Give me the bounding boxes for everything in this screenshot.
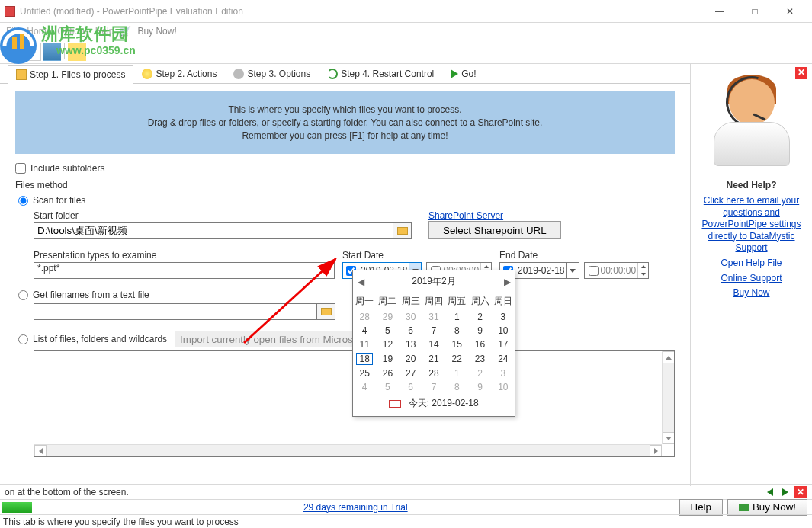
tab-step4[interactable]: Step 4. Restart Control xyxy=(319,64,442,83)
endtime-enable-checkbox[interactable] xyxy=(589,266,599,276)
calendar-day[interactable]: 20 xyxy=(400,351,422,366)
listfiles-radio[interactable] xyxy=(18,334,28,344)
scroll-left-button[interactable] xyxy=(34,445,47,457)
browse-folder-button[interactable] xyxy=(393,222,412,239)
nav-forward-button[interactable] xyxy=(778,486,792,498)
calendar-next-button[interactable]: ▶ xyxy=(499,277,515,287)
tab-label: Step 4. Restart Control xyxy=(341,69,434,79)
calendar-day[interactable]: 1 xyxy=(445,310,468,324)
calendar-prev-button[interactable]: ◀ xyxy=(353,277,368,287)
tab-step2[interactable]: Step 2. Actions xyxy=(133,64,225,83)
calendar-day[interactable]: 1 xyxy=(445,366,468,380)
trial-link[interactable]: 29 days remaining in Trial xyxy=(303,502,408,513)
calendar-day[interactable]: 26 xyxy=(376,366,399,380)
list-of-files[interactable]: List of files, folders and wildcards xyxy=(18,334,167,344)
support-avatar-icon xyxy=(710,73,794,172)
calendar-day[interactable]: 3 xyxy=(492,366,515,380)
calendar-day[interactable]: 2 xyxy=(468,366,491,380)
calendar-day[interactable]: 27 xyxy=(400,366,422,380)
calendar-day[interactable]: 24 xyxy=(492,351,515,366)
calendar-day[interactable]: 25 xyxy=(353,366,376,380)
calendar-day[interactable]: 2 xyxy=(468,310,491,324)
calendar-day[interactable]: 29 xyxy=(376,310,399,324)
textfile-input[interactable] xyxy=(34,303,317,320)
subfolders-checkbox[interactable] xyxy=(15,163,26,174)
calendar-day[interactable]: 10 xyxy=(492,380,515,394)
calendar-day[interactable]: 6 xyxy=(400,324,422,338)
calendar-dow-header: 周五 xyxy=(445,293,468,310)
maximize-button[interactable]: □ xyxy=(737,0,772,23)
calendar-day[interactable]: 7 xyxy=(422,380,445,394)
calendar-day[interactable]: 5 xyxy=(376,324,399,338)
calendar-day[interactable]: 8 xyxy=(445,380,468,394)
calendar-day[interactable]: 10 xyxy=(492,324,515,338)
calendar-day[interactable]: 17 xyxy=(492,338,515,351)
calendar-day[interactable]: 12 xyxy=(376,338,399,351)
toolbar-new-button[interactable] xyxy=(23,43,41,61)
scroll-right-button[interactable] xyxy=(650,445,662,457)
calendar-day[interactable]: 4 xyxy=(353,380,376,394)
scan-for-files[interactable]: Scan for files xyxy=(18,195,675,206)
scroll-down-button[interactable] xyxy=(663,432,675,444)
tab-go[interactable]: Go! xyxy=(442,64,484,83)
menu-buynow[interactable]: Buy Now! xyxy=(137,26,176,37)
spinner[interactable] xyxy=(637,263,648,278)
scan-radio[interactable] xyxy=(18,196,28,206)
calendar-day[interactable]: 19 xyxy=(376,351,399,366)
calendar-dow-header: 周四 xyxy=(422,293,445,310)
calendar-day[interactable]: 4 xyxy=(353,324,376,338)
online-support-link[interactable]: Online Support xyxy=(695,273,807,285)
tab-step1[interactable]: Step 1. Files to process xyxy=(8,65,133,84)
browse-textfile-button[interactable] xyxy=(317,303,335,320)
get-from-textfile[interactable]: Get filenames from a text file xyxy=(18,290,675,300)
help-email-link[interactable]: Click here to email your questions and P… xyxy=(695,195,807,254)
help-button[interactable]: Help xyxy=(679,499,723,516)
textfile-radio[interactable] xyxy=(18,290,28,300)
minimize-button[interactable]: — xyxy=(702,0,737,23)
calendar-day[interactable]: 15 xyxy=(445,338,468,351)
scrollbar-vertical[interactable] xyxy=(662,351,674,444)
tab-step3[interactable]: Step 3. Options xyxy=(225,64,319,83)
dropdown-icon[interactable] xyxy=(566,263,579,278)
calendar-day[interactable]: 28 xyxy=(353,310,376,324)
calendar-day[interactable]: 6 xyxy=(400,380,422,394)
calendar-day[interactable]: 28 xyxy=(422,366,445,380)
banner-line2: Drag & drop files or folders, or specify… xyxy=(27,117,663,130)
buy-now-button[interactable]: Buy Now! xyxy=(727,499,807,516)
ptypes-select[interactable]: *.ppt* xyxy=(34,262,335,279)
scrollbar-horizontal[interactable] xyxy=(34,444,662,456)
include-subfolders[interactable]: Include subfolders xyxy=(15,163,675,174)
calendar-today-link[interactable]: 今天: 2019-02-18 xyxy=(353,394,515,416)
help-file-link[interactable]: Open Help File xyxy=(695,258,807,270)
calendar-day[interactable]: 3 xyxy=(492,310,515,324)
calendar-day[interactable]: 16 xyxy=(468,338,491,351)
buy-now-link[interactable]: Buy Now xyxy=(695,287,807,299)
startfolder-input[interactable] xyxy=(34,222,393,239)
sharepoint-link[interactable]: SharePoint Server xyxy=(428,210,561,221)
calendar-day[interactable]: 30 xyxy=(400,310,422,324)
scan-group: Start folder SharePoint Server Select Sh… xyxy=(34,206,675,279)
calendar-day[interactable]: 8 xyxy=(445,324,468,338)
calendar-day[interactable]: 21 xyxy=(422,351,445,366)
calendar-grid: 周一周二周三周四周五周六周日 2829303112345678910111213… xyxy=(353,293,515,394)
calendar-day[interactable]: 9 xyxy=(468,324,491,338)
scroll-up-button[interactable] xyxy=(663,351,675,363)
calendar-day[interactable]: 11 xyxy=(353,338,376,351)
menu-file[interactable]: File xyxy=(6,26,21,37)
calendar-day[interactable]: 7 xyxy=(422,324,445,338)
nav-cancel-button[interactable]: ✕ xyxy=(794,486,807,498)
calendar-day[interactable]: 5 xyxy=(376,380,399,394)
banner-line3: Remember you can press [F1] for help at … xyxy=(27,130,663,142)
calendar-day[interactable]: 9 xyxy=(468,380,491,394)
help-close-button[interactable]: ✕ xyxy=(795,67,807,79)
calendar-day[interactable]: 23 xyxy=(468,351,491,366)
calendar-day[interactable]: 13 xyxy=(400,338,422,351)
calendar-day[interactable]: 22 xyxy=(445,351,468,366)
nav-back-button[interactable] xyxy=(763,486,777,498)
calendar-day[interactable]: 31 xyxy=(422,310,445,324)
select-sharepoint-button[interactable]: Select Sharepoint URL xyxy=(428,221,561,239)
calendar-day[interactable]: 14 xyxy=(422,338,445,351)
endtime-field[interactable]: 00:00:00 xyxy=(584,262,650,279)
close-button[interactable]: ✕ xyxy=(772,0,807,23)
calendar-day[interactable]: 18 xyxy=(353,351,376,366)
